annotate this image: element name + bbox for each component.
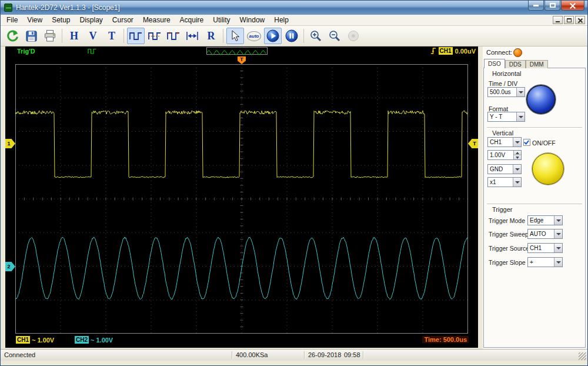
mdi-minimize-button[interactable] [553, 16, 563, 24]
menu-item-file[interactable]: File [2, 15, 22, 25]
horizontal-menu-button[interactable]: H [65, 28, 83, 44]
vertical-scale-knob[interactable] [532, 153, 564, 185]
minimize-icon [533, 5, 539, 6]
time-div-select[interactable]: 500.0us [487, 87, 525, 97]
menu-item-display[interactable]: Display [75, 15, 108, 25]
statusbar-divider [304, 351, 305, 359]
title-bar[interactable]: Hantek-2D72 Ver1.1.3 - [Scope1] [1, 1, 587, 15]
chevron-down-icon[interactable] [513, 178, 521, 187]
menu-item-cursor[interactable]: Cursor [108, 15, 138, 25]
resize-grip[interactable] [579, 352, 586, 360]
chevron-down-icon[interactable] [513, 165, 521, 174]
ch1-onoff-checkbox[interactable] [523, 139, 530, 146]
vertical-menu-button-label: V [89, 30, 97, 42]
menu-item-measure[interactable]: Measure [138, 15, 175, 25]
voltage-scale-spinner[interactable]: 1.00V [487, 150, 522, 160]
print-button[interactable] [41, 28, 59, 44]
ch1-position-marker[interactable]: 1 [5, 139, 15, 148]
vertical-section-title: Vertical [492, 129, 513, 137]
mdi-restore-button[interactable] [564, 16, 574, 24]
maximize-button[interactable] [544, 1, 560, 11]
pause-button[interactable] [283, 28, 300, 44]
ch2-marker-label: 2 [7, 264, 10, 269]
spinner-up-icon[interactable] [514, 151, 521, 155]
menu-item-help[interactable]: Help [269, 15, 293, 25]
menu-item-view[interactable]: View [22, 15, 47, 25]
horizontal-section-title: Horizontal [492, 70, 522, 77]
chevron-down-icon[interactable] [516, 112, 524, 121]
trigger-slope-select[interactable]: + [527, 257, 563, 267]
trigger-readout: CH1 0.00uV [430, 47, 476, 55]
toolbar-separator [123, 29, 124, 43]
record-button[interactable]: R [202, 28, 220, 44]
waveform-average-button[interactable] [146, 28, 163, 44]
connect-indicator[interactable] [513, 48, 522, 57]
control-panel: Connect: DSO DDS DMM Horizontal Time / D… [483, 46, 587, 349]
trigger-slope-select-value: + [528, 259, 554, 265]
scope-readout-bar: CH1 ~ 1.00V CH2 ~ 1.00V Time: 500.0us [5, 336, 478, 345]
section-divider [487, 204, 582, 204]
time-readout: Time: 500.0us [422, 336, 469, 343]
horizontal-menu-button-label: H [70, 30, 78, 42]
menu-item-utility[interactable]: Utility [208, 15, 235, 25]
ch1-readout-badge: CH1 [16, 336, 30, 344]
refresh-button[interactable] [4, 28, 21, 44]
zoom-in-button[interactable] [307, 28, 325, 44]
trigger-level-marker[interactable]: T [468, 139, 478, 148]
connect-label: Connect: [486, 49, 512, 56]
refresh-icon [6, 29, 19, 42]
save-button[interactable] [22, 28, 40, 44]
probe-select[interactable]: x1 [487, 177, 522, 187]
horizontal-expand-button[interactable] [183, 28, 201, 44]
close-button[interactable] [561, 1, 584, 11]
chevron-down-icon[interactable] [554, 258, 562, 267]
waveform-preview[interactable] [206, 47, 268, 55]
app-icon [4, 4, 12, 12]
trigger-position-marker-label: T [240, 56, 243, 62]
chevron-down-icon[interactable] [516, 88, 524, 97]
coupling-select[interactable]: GND [487, 164, 522, 174]
menu-item-setup[interactable]: Setup [47, 15, 75, 25]
run-button[interactable] [264, 28, 282, 44]
menu-items: FileViewSetupDisplayCursorMeasureAcquire… [2, 15, 293, 25]
trigger-sweep-label: Trigger Sweep [489, 231, 529, 238]
waveform-normal-button[interactable] [127, 28, 145, 44]
preview-wave-svg [207, 49, 267, 56]
channel-select[interactable]: CH1 [487, 137, 522, 147]
chevron-down-icon[interactable] [554, 229, 562, 238]
trigger-source-select[interactable]: CH1 [527, 243, 563, 253]
tab-dmm[interactable]: DMM [526, 60, 548, 68]
waveform-peak-button[interactable] [165, 28, 182, 44]
trigger-level-marker-label: T [473, 141, 476, 147]
restore-icon [567, 18, 572, 22]
chevron-down-icon[interactable] [554, 244, 562, 252]
tab-dso[interactable]: DSO [484, 59, 505, 68]
zoom-out-button[interactable] [326, 28, 343, 44]
menu-item-acquire[interactable]: Acquire [175, 15, 209, 25]
mdi-close-button[interactable] [575, 16, 585, 24]
chevron-down-icon[interactable] [554, 216, 562, 225]
trigger-sweep-select[interactable]: AUTO [527, 229, 563, 239]
trigger-source-label: Trigger Source [489, 245, 529, 252]
scope-display[interactable]: 1 2 T T CH1 ~ 1.00V CH2 ~ 1.00V Time: 50… [5, 56, 478, 348]
trigger-position-marker[interactable]: T [238, 56, 246, 64]
panel-groupbox: Horizontal Time / DIV Format Vertical ON… [483, 68, 586, 348]
auto-setup-button-label: auto [247, 31, 262, 41]
menu-item-window[interactable]: Window [235, 15, 270, 25]
chevron-down-icon[interactable] [513, 138, 521, 147]
spinner-down-icon[interactable] [514, 155, 521, 159]
cursor-button[interactable] [226, 28, 244, 44]
minimize-button[interactable] [528, 1, 544, 11]
ch2-position-marker[interactable]: 2 [5, 262, 15, 271]
auto-setup-button[interactable]: auto [245, 28, 263, 44]
vertical-menu-button[interactable]: V [84, 28, 102, 44]
trigger-source-select-value: CH1 [528, 245, 554, 251]
trigger-mode-select[interactable]: Edge [527, 215, 563, 225]
trigger-menu-button[interactable]: T [103, 28, 121, 44]
format-select-value: Y - T [488, 114, 516, 120]
horizontal-timebase-knob[interactable] [526, 85, 556, 114]
tab-dds[interactable]: DDS [505, 60, 526, 68]
ch1-readout: CH1 ~ 1.00V [16, 336, 54, 344]
coupling-select-value: GND [488, 166, 513, 172]
format-select[interactable]: Y - T [487, 112, 525, 122]
